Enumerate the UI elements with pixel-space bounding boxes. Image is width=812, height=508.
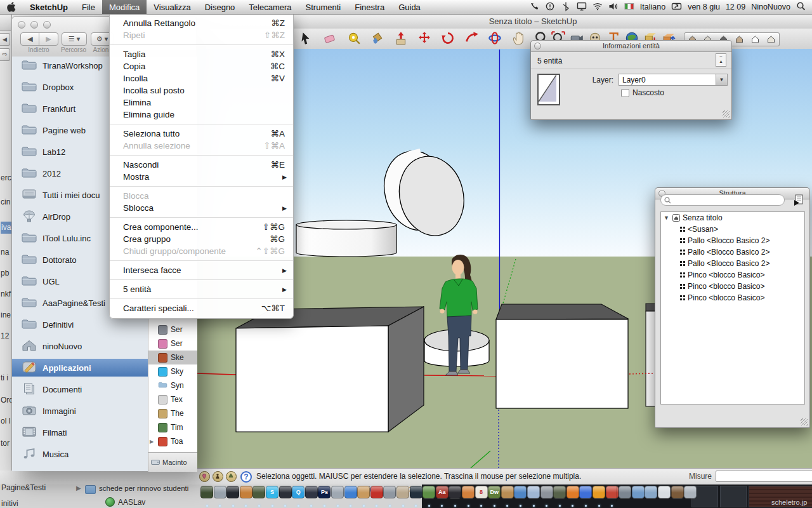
menubar-item-finestra[interactable]: Finestra <box>348 0 391 14</box>
dock-icon-trash[interactable] <box>684 486 697 498</box>
dock-icon-app-blue-1[interactable] <box>344 486 357 498</box>
dock-icon-photoshop[interactable]: Ps <box>318 486 331 498</box>
app-column-row-the[interactable]: The <box>148 406 197 420</box>
window-arrow-icon[interactable] <box>671 1 682 13</box>
tape-measure-tool-icon[interactable] <box>346 30 362 47</box>
dock-icon-safari[interactable] <box>527 486 540 498</box>
path-button[interactable]: ☰ ▾ <box>62 32 87 46</box>
sync-alert-icon[interactable] <box>545 1 555 13</box>
rollup-button[interactable]: −▴ <box>716 53 726 67</box>
outliner-item[interactable]: Pallo <Blocco Basico 2> <box>661 235 804 246</box>
menubar-item-file[interactable]: File <box>75 0 102 14</box>
dock-icon-iphoto[interactable] <box>396 486 409 498</box>
app-column-row-sky[interactable]: Sky <box>148 364 197 378</box>
help-icon[interactable]: ? <box>240 471 252 483</box>
menu-item-sblocca[interactable]: Sblocca▶ <box>110 202 293 214</box>
menu-item-copia[interactable]: Copia⌘C <box>110 60 293 72</box>
dock-icon-stack-folder-1[interactable] <box>632 486 645 498</box>
filter-details-icon[interactable] <box>793 194 804 206</box>
outliner-item[interactable]: <Susan> <box>661 224 804 235</box>
pan-tool-icon[interactable] <box>511 30 527 47</box>
volume-icon[interactable] <box>608 1 619 13</box>
outliner-root-item[interactable]: ▼Senza titolo <box>661 212 804 224</box>
sidebar-item-ninonuovo[interactable]: ninoNuovo <box>12 337 148 355</box>
file-row-name[interactable]: schede per rinnovo studenti <box>99 485 188 492</box>
menu-item-seleziona-tutto[interactable]: Seleziona tutto⌘A <box>110 128 293 140</box>
move-tool-icon[interactable] <box>417 30 433 47</box>
dock-icon-skype[interactable]: S <box>266 486 278 498</box>
outliner-item[interactable]: Pinco <blocco Basico> <box>661 281 804 292</box>
measurements-input[interactable] <box>716 471 812 482</box>
back-button[interactable]: ◀ <box>20 32 40 46</box>
dock-icon-ical[interactable]: 8 <box>475 486 488 498</box>
box-left[interactable] <box>236 307 424 432</box>
eraser-tool-icon[interactable] <box>322 30 339 47</box>
dock-icon-app-camo-1[interactable] <box>200 486 213 498</box>
phone-icon[interactable] <box>529 1 539 13</box>
disclosure-triangle[interactable]: ▶ <box>76 485 81 491</box>
dock-icon-itunes[interactable] <box>331 486 344 498</box>
dock-icon-stack-brown[interactable] <box>671 486 684 498</box>
app-column-row-tex[interactable]: Tex <box>148 392 197 406</box>
bluetooth-icon[interactable] <box>561 1 571 13</box>
menu-item-caratteri-speciali[interactable]: Caratteri speciali...⌥⌘T <box>110 302 293 314</box>
italian-flag-icon[interactable] <box>624 1 634 13</box>
wifi-icon[interactable] <box>593 1 603 13</box>
dock-icon-app-dark-4[interactable] <box>410 486 422 498</box>
language-label[interactable]: Italiano <box>640 3 665 11</box>
menubar-item-modifica[interactable]: Modifica <box>102 0 147 14</box>
dock-icon-app-dark-2[interactable] <box>279 486 292 498</box>
sidebar-item-applicazioni[interactable]: Applicazioni <box>12 359 148 377</box>
view-bottom-button[interactable] <box>763 32 780 46</box>
minimize-button[interactable] <box>30 21 38 29</box>
outliner-item[interactable]: Pallo <Blocco Basico 2> <box>661 258 804 269</box>
sidebar-item-musica[interactable]: Musica <box>12 445 148 463</box>
spotlight-icon[interactable] <box>796 1 806 13</box>
select-tool-icon[interactable] <box>298 30 315 47</box>
menu-item-nascondi[interactable]: Nascondi⌘E <box>110 159 293 171</box>
dock-icon-app-green-1[interactable] <box>422 486 435 498</box>
rotate-tool-icon[interactable] <box>440 30 457 47</box>
dock-icon-app-dark-5[interactable] <box>449 486 461 498</box>
resize-grip[interactable] <box>723 110 730 117</box>
back-button-fragment[interactable]: ◀ <box>0 33 10 46</box>
menu-item-taglia[interactable]: Taglia⌘X <box>110 48 293 60</box>
credit-person-icon[interactable] <box>213 471 223 482</box>
orbit-tool-icon[interactable] <box>487 30 504 47</box>
menu-item-elimina[interactable]: Elimina <box>110 97 293 109</box>
outliner-item[interactable]: Pinco <blocco Basico> <box>661 269 804 281</box>
dock-icon-app-dark-3[interactable] <box>305 486 318 498</box>
forward-button[interactable]: ▶ <box>39 32 58 46</box>
dock-icon-app-tan-1[interactable] <box>501 486 514 498</box>
credit-model-icon[interactable] <box>226 471 237 482</box>
app-column-row-ser[interactable]: Ser <box>148 337 197 351</box>
dock-icon-stack-utilities[interactable] <box>619 486 631 498</box>
dock-icon-stack-white[interactable] <box>658 486 671 498</box>
app-column-row-ske[interactable]: Ske <box>148 351 197 364</box>
paint-bucket-tool-icon[interactable] <box>369 30 386 47</box>
menu-item-crea-componente[interactable]: Crea componente...⇧⌘G <box>110 221 293 233</box>
dock-icon-stack-folder-2[interactable] <box>645 486 657 498</box>
dock-icon-app-red-1[interactable] <box>606 486 619 498</box>
disclosure-triangle[interactable]: ▶ <box>148 439 155 444</box>
file-row2-name[interactable]: AASLav <box>118 498 145 507</box>
sidebar-item-immagini[interactable]: Immagini <box>12 402 148 420</box>
dock-icon-app-dark-1[interactable] <box>226 486 239 498</box>
chevron-down-icon[interactable]: ▼ <box>716 74 727 85</box>
dock-icon-app-gray-2[interactable] <box>383 486 396 498</box>
dock-icon-garageband[interactable] <box>357 486 370 498</box>
menubar-item-guida[interactable]: Guida <box>391 0 428 14</box>
menubar-item-disegno[interactable]: Disegno <box>198 0 242 14</box>
dock-icon-app-camo-3[interactable] <box>553 486 566 498</box>
dock-icon-app-blue-2[interactable] <box>514 486 527 498</box>
geolocation-icon[interactable] <box>199 471 210 482</box>
dock-icon-app-orange-2[interactable] <box>462 486 475 498</box>
push-pull-tool-icon[interactable] <box>393 30 410 47</box>
menu-item-5-entit[interactable]: 5 entità▶ <box>110 283 293 295</box>
dock-icon-firefox[interactable] <box>566 486 579 498</box>
app-column-row-toa[interactable]: ▶Toa <box>148 434 197 448</box>
view-back-button[interactable] <box>747 32 764 46</box>
menubar-item-strumenti[interactable]: Strumenti <box>299 0 348 14</box>
menu-item-mostra[interactable]: Mostra▶ <box>110 171 293 183</box>
menu-item-incolla-sul-posto[interactable]: Incolla sul posto <box>110 84 293 97</box>
